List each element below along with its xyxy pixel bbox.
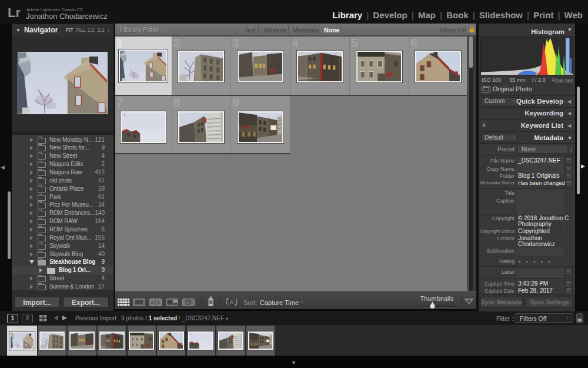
svg-text:X: X: [151, 300, 154, 306]
svg-text:Y: Y: [156, 300, 160, 306]
svg-text:A: A: [230, 299, 233, 305]
